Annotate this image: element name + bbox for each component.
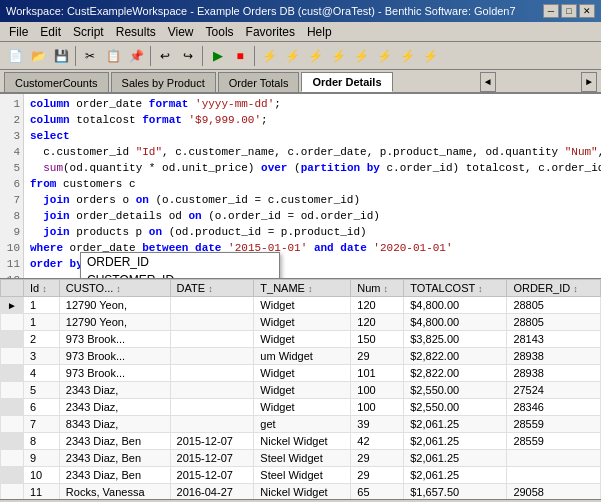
menu-script[interactable]: Script	[68, 24, 109, 40]
copy-btn[interactable]: 📋	[102, 45, 124, 67]
line-numbers: 12345 678910 1112	[0, 94, 24, 279]
cut-btn[interactable]: ✂	[79, 45, 101, 67]
table-row[interactable]: 2 973 Brook... Widget 150 $3,825.00 2814…	[1, 331, 601, 348]
cell-num: 29	[351, 348, 404, 365]
table-row[interactable]: 10 2343 Diaz, Ben 2015-12-07 Steel Widge…	[1, 467, 601, 484]
cell-tname: Widget	[254, 365, 351, 382]
cell-orderid: 28143	[507, 331, 601, 348]
window-controls: ─ □ ✕	[543, 4, 595, 18]
table-row[interactable]: 7 8343 Diaz, get 39 $2,061.25 28559	[1, 416, 601, 433]
cell-date	[170, 331, 254, 348]
table-row[interactable]: 8 2343 Diaz, Ben 2015-12-07 Nickel Widge…	[1, 433, 601, 450]
tab-order-details[interactable]: Order Details	[301, 72, 392, 92]
tool4[interactable]: ⚡	[327, 45, 349, 67]
tool3[interactable]: ⚡	[304, 45, 326, 67]
col-tname[interactable]: T_NAME ↕	[254, 280, 351, 297]
menu-file[interactable]: File	[4, 24, 33, 40]
table-row[interactable]: 6 2343 Diaz, Widget 100 $2,550.00 28346	[1, 399, 601, 416]
menu-favorites[interactable]: Favorites	[241, 24, 300, 40]
undo-btn[interactable]: ↩	[154, 45, 176, 67]
title-bar: Workspace: CustExampleWorkspace - Exampl…	[0, 0, 601, 22]
table-row[interactable]: ► 1 12790 Yeon, Widget 120 $4,800.00 288…	[1, 297, 601, 314]
cell-totalcost: $2,061.25	[404, 433, 507, 450]
tab-order-totals[interactable]: Order Totals	[218, 72, 300, 92]
cell-customer: 8343 Diaz,	[59, 416, 170, 433]
col-num[interactable]: Num ↕	[351, 280, 404, 297]
tab-scroll-btn[interactable]: ◄	[480, 72, 496, 92]
table-row[interactable]: 11 Rocks, Vanessa 2016-04-27 Nickel Widg…	[1, 484, 601, 500]
row-arrow: ►	[1, 297, 24, 314]
tool8[interactable]: ⚡	[419, 45, 441, 67]
tool7[interactable]: ⚡	[396, 45, 418, 67]
cell-totalcost: $2,550.00	[404, 382, 507, 399]
title-text: Workspace: CustExampleWorkspace - Exampl…	[6, 5, 516, 17]
tool2[interactable]: ⚡	[281, 45, 303, 67]
minimize-button[interactable]: ─	[543, 4, 559, 18]
cell-tname: um Widget	[254, 348, 351, 365]
run-btn[interactable]: ▶	[206, 45, 228, 67]
col-orderid[interactable]: ORDER_ID ↕	[507, 280, 601, 297]
tab-sales-by-product[interactable]: Sales by Product	[111, 72, 216, 92]
table-row[interactable]: 1 12790 Yeon, Widget 120 $4,800.00 28805	[1, 314, 601, 331]
tab-scroll-btn2[interactable]: ►	[581, 72, 597, 92]
cell-tname: get	[254, 416, 351, 433]
cell-totalcost: $2,550.00	[404, 399, 507, 416]
cell-date	[170, 297, 254, 314]
cell-id: 8	[23, 433, 59, 450]
cell-num: 101	[351, 365, 404, 382]
menu-help[interactable]: Help	[302, 24, 337, 40]
cell-tname: Widget	[254, 382, 351, 399]
menu-results[interactable]: Results	[111, 24, 161, 40]
autocomplete-dropdown[interactable]: ORDER_ID CUSTOMER_ID ORDER_DATE TOTAL_CO…	[80, 252, 280, 279]
cell-date: 2015-12-07	[170, 450, 254, 467]
open-btn[interactable]: 📂	[27, 45, 49, 67]
menu-edit[interactable]: Edit	[35, 24, 66, 40]
cell-orderid: 28559	[507, 433, 601, 450]
ac-order-id[interactable]: ORDER_ID	[81, 253, 279, 271]
menu-tools[interactable]: Tools	[201, 24, 239, 40]
new-btn[interactable]: 📄	[4, 45, 26, 67]
close-button[interactable]: ✕	[579, 4, 595, 18]
tool6[interactable]: ⚡	[373, 45, 395, 67]
col-id[interactable]: Id ↕	[23, 280, 59, 297]
row-blank	[1, 416, 24, 433]
table-row[interactable]: 9 2343 Diaz, Ben 2015-12-07 Steel Widget…	[1, 450, 601, 467]
cell-id: 3	[23, 348, 59, 365]
editor-area[interactable]: 12345 678910 1112 column order_date form…	[0, 94, 601, 279]
cell-num: 42	[351, 433, 404, 450]
row-blank	[1, 348, 24, 365]
stop-btn[interactable]: ■	[229, 45, 251, 67]
row-blank	[1, 399, 24, 416]
row-blank	[1, 433, 24, 450]
col-date[interactable]: DATE ↕	[170, 280, 254, 297]
cell-num: 39	[351, 416, 404, 433]
cell-orderid: 28805	[507, 297, 601, 314]
tool1[interactable]: ⚡	[258, 45, 280, 67]
cell-totalcost: $1,657.50	[404, 484, 507, 500]
table-row[interactable]: 3 973 Brook... um Widget 29 $2,822.00 28…	[1, 348, 601, 365]
tab-customer-counts[interactable]: CustomerCounts	[4, 72, 109, 92]
paste-btn[interactable]: 📌	[125, 45, 147, 67]
tool5[interactable]: ⚡	[350, 45, 372, 67]
cell-orderid: 28805	[507, 314, 601, 331]
line-6: from customers c	[30, 176, 597, 192]
cell-tname: Steel Widget	[254, 450, 351, 467]
code-editor[interactable]: column order_date format 'yyyy-mm-dd'; c…	[26, 94, 601, 278]
maximize-button[interactable]: □	[561, 4, 577, 18]
menu-view[interactable]: View	[163, 24, 199, 40]
results-table-area[interactable]: Id ↕ CUSTO... ↕ DATE ↕ T_NAME ↕ Num ↕ TO…	[0, 279, 601, 499]
save-btn[interactable]: 💾	[50, 45, 72, 67]
cell-num: 29	[351, 450, 404, 467]
cell-orderid	[507, 450, 601, 467]
col-totalcost[interactable]: TOTALCOST ↕	[404, 280, 507, 297]
col-customer[interactable]: CUSTO... ↕	[59, 280, 170, 297]
table-row[interactable]: 4 973 Brook... Widget 101 $2,822.00 2893…	[1, 365, 601, 382]
ac-customer-id[interactable]: CUSTOMER_ID	[81, 271, 279, 279]
cell-tname: Widget	[254, 331, 351, 348]
redo-btn[interactable]: ↪	[177, 45, 199, 67]
sep3	[202, 46, 203, 66]
cell-customer: 2343 Diaz,	[59, 382, 170, 399]
sep4	[254, 46, 255, 66]
table-row[interactable]: 5 2343 Diaz, Widget 100 $2,550.00 27524	[1, 382, 601, 399]
cell-customer: Rocks, Vanessa	[59, 484, 170, 500]
